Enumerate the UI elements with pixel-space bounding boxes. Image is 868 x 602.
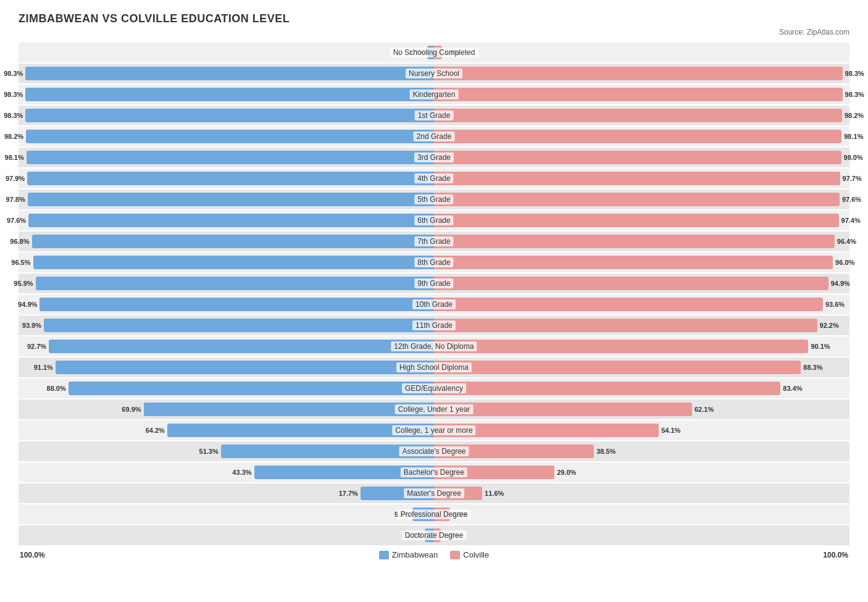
bar-pink <box>434 151 841 164</box>
bar-row: 98.2%98.1%2nd Grade <box>19 127 849 146</box>
bar-row: 97.9%97.7%4th Grade <box>19 169 849 188</box>
bar-left-value: 96.8% <box>10 238 29 245</box>
bar-blue <box>25 88 434 101</box>
bar-right-value: 96.4% <box>837 238 856 245</box>
bar-left-value: 98.1% <box>5 154 24 161</box>
bar-blue <box>44 319 434 332</box>
chart-footer: 100.0% ZimbabweanColville 100.0% <box>19 550 849 559</box>
bar-row: 96.5%96.0%8th Grade <box>19 253 849 272</box>
bar-blue <box>144 403 434 416</box>
bar-right-value: 83.4% <box>783 385 802 392</box>
bar-left-value: 88.0% <box>47 385 66 392</box>
bar-right-value: 96.0% <box>835 259 854 266</box>
bar-row: 93.9%92.2%11th Grade <box>19 316 849 335</box>
bar-blue <box>33 256 434 269</box>
bar-row: 51.3%38.5%Associate's Degree <box>19 441 849 461</box>
bar-pink <box>434 67 843 80</box>
bar-pink <box>434 235 835 248</box>
bar-left-value: 97.6% <box>7 217 26 224</box>
bar-center-label: College, Under 1 year <box>395 404 474 414</box>
bar-right-value: 98.3% <box>845 70 864 77</box>
bar-row: 43.3%29.0%Bachelor's Degree <box>19 462 849 482</box>
bar-pink <box>434 256 833 269</box>
bar-pink <box>434 214 839 227</box>
bar-row: 98.3%98.2%1st Grade <box>19 106 849 125</box>
bar-left-value: 98.3% <box>4 70 23 77</box>
bar-pink <box>434 298 823 311</box>
bar-blue <box>36 277 434 290</box>
bar-center-label: 1st Grade <box>415 111 454 120</box>
bar-center-label: 5th Grade <box>414 194 453 204</box>
bar-center-label: Bachelor's Degree <box>401 467 467 477</box>
bar-row: 94.9%93.6%10th Grade <box>19 295 849 314</box>
bar-right-value: 97.4% <box>841 217 861 224</box>
bar-blue <box>32 235 434 248</box>
bar-right-value: 54.1% <box>661 427 680 434</box>
bar-pink <box>434 340 808 353</box>
legend-item: Zimbabwean <box>379 550 438 559</box>
bar-center-label: 6th Grade <box>414 215 453 225</box>
bar-row: 96.8%96.4%7th Grade <box>19 232 849 251</box>
chart-source: Source: ZipAtlas.com <box>19 28 849 36</box>
bar-center-label: High School Diploma <box>396 362 472 372</box>
bar-left-value: 97.9% <box>6 175 25 182</box>
bar-row: 92.7%90.1%12th Grade, No Diploma <box>19 337 849 356</box>
bar-right-value: 29.0% <box>557 469 576 476</box>
bar-pink <box>434 130 841 143</box>
bar-right-value: 98.2% <box>845 112 864 119</box>
chart-area: 1.7%1.9%No Schooling Completed98.3%98.3%… <box>19 43 849 545</box>
bar-row: 98.1%98.0%3rd Grade <box>19 148 849 167</box>
bar-left-value: 17.7% <box>339 490 358 497</box>
bar-left-value: 43.3% <box>232 469 251 476</box>
bar-pink <box>434 277 828 290</box>
bar-blue <box>28 193 434 206</box>
bar-center-label: 10th Grade <box>412 299 456 309</box>
bar-left-value: 91.1% <box>34 364 53 371</box>
bar-left-value: 97.8% <box>6 196 25 203</box>
bar-right-value: 98.1% <box>844 133 863 140</box>
legend-color-box <box>379 551 389 559</box>
bar-center-label: 9th Grade <box>414 278 453 288</box>
bar-row: 88.0%83.4%GED/Equivalency <box>19 378 849 398</box>
bar-center-label: 8th Grade <box>414 257 453 267</box>
bar-blue <box>49 340 434 353</box>
bar-row: 97.8%97.6%5th Grade <box>19 190 849 209</box>
bar-right-value: 11.6% <box>485 490 504 497</box>
bar-center-label: Kindergarten <box>410 90 459 99</box>
chart-legend: ZimbabweanColville <box>45 550 824 559</box>
bar-right-value: 38.5% <box>596 448 616 455</box>
bar-left-value: 51.3% <box>199 448 219 455</box>
bar-left-value: 94.9% <box>18 301 37 308</box>
bar-row: 98.3%98.3%Kindergarten <box>19 85 849 104</box>
bar-row: 97.6%97.4%6th Grade <box>19 211 849 230</box>
legend-color-box <box>450 551 460 559</box>
bar-left-value: 98.3% <box>4 112 23 119</box>
bar-left-value: 64.2% <box>146 427 165 434</box>
bar-center-label: 3rd Grade <box>414 153 454 162</box>
bar-blue <box>25 109 434 122</box>
bar-pink <box>434 319 817 332</box>
bar-right-value: 93.6% <box>825 301 845 308</box>
bar-center-label: 7th Grade <box>414 236 453 246</box>
chart-title: ZIMBABWEAN VS COLVILLE EDUCATION LEVEL <box>19 12 849 25</box>
bar-pink <box>434 172 840 185</box>
bar-left-value: 69.9% <box>122 406 141 413</box>
bar-pink <box>434 361 801 374</box>
bar-center-label: Doctorate Degree <box>402 530 467 540</box>
bar-row: 91.1%88.3%High School Diploma <box>19 357 849 377</box>
bar-right-value: 97.7% <box>843 175 862 182</box>
bar-left-value: 95.9% <box>14 280 33 287</box>
bar-right-value: 88.3% <box>803 364 822 371</box>
bar-center-label: 2nd Grade <box>414 132 455 141</box>
bar-row: 5.2%3.8%Professional Degree <box>19 504 849 524</box>
bar-row: 64.2%54.1%College, 1 year or more <box>19 420 849 440</box>
bar-blue <box>27 151 434 164</box>
bar-pink <box>434 109 842 122</box>
bar-pink <box>434 382 780 395</box>
bar-blue <box>26 130 434 143</box>
bar-center-label: 4th Grade <box>414 173 453 183</box>
bar-row: 17.7%11.6%Master's Degree <box>19 483 849 503</box>
bar-blue <box>28 214 434 227</box>
bar-pink <box>434 193 840 206</box>
chart-container: ZIMBABWEAN VS COLVILLE EDUCATION LEVEL S… <box>0 0 868 584</box>
